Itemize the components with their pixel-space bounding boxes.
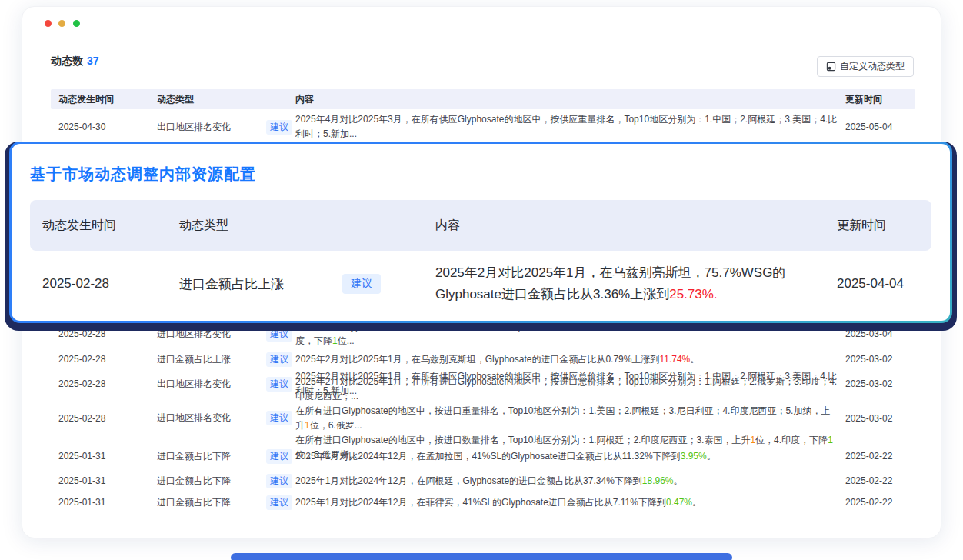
table-row[interactable]: 2025-01-31进口金额占比下降建议2025年1月对比2024年12月，在菲… [51, 492, 915, 513]
suggestion-tag[interactable]: 建议 [266, 352, 292, 367]
content-segment: 25.73%. [669, 287, 717, 302]
row-updated: 2025-02-22 [845, 470, 892, 492]
row-updated: 2025-03-02 [845, 396, 892, 440]
row-content: 2025年1月对比2024年12月，在阿根廷，Glyphosate的进口金额占比… [295, 474, 838, 488]
row-date: 2025-04-30 [58, 116, 105, 138]
row-type: 进口地区排名变化 [157, 396, 231, 440]
row-tag-cell: 建议 [266, 445, 292, 467]
table-row[interactable]: 2025-04-30出口地区排名变化建议2025年4月对比2025年3月，在所有… [51, 116, 915, 138]
row-content-line: 2025年1月对比2024年12月，在孟加拉国，41%SL的Glyphosate… [295, 449, 838, 464]
content-segment: 在所有进口Glyphosate的地区中，按进口数量排名，Top10地区分别为：1… [295, 435, 750, 445]
bottom-accent-bar [231, 553, 732, 560]
suggestion-tag[interactable]: 建议 [266, 411, 292, 425]
suggestion-tag[interactable]: 建议 [266, 377, 292, 392]
content-segment: 。 [692, 497, 701, 508]
content-segment: 1 [332, 335, 338, 346]
row-content-line: 2025年1月对比2024年12月，在菲律宾，41%SL的Glyphosate进… [295, 495, 838, 510]
suggestion-tag[interactable]: 建议 [266, 474, 292, 488]
row-updated: 2025-03-02 [845, 348, 892, 370]
content-segment: 2025年2月对比2025年1月，在乌兹别克斯坦，Glyphosate的进口金额… [295, 354, 659, 365]
row-updated: 2025-03-02 [845, 373, 892, 395]
content-segment: 。 [707, 451, 716, 462]
row-content-line: 在所有进口Glyphosate的地区中，按进口重量排名，Top10地区分别为：1… [295, 404, 838, 433]
callout-header-updated: 更新时间 [837, 200, 886, 251]
table-row[interactable]: 2025-02-28进口金额占比上涨建议2025年2月对比2025年1月，在乌兹… [51, 348, 915, 370]
content-segment: 在所有进口Glyphosate的地区中，按进口重量排名，Top10地区分别为：1… [295, 405, 830, 431]
suggestion-tag[interactable]: 建议 [266, 495, 292, 510]
row-type: 进口金额占比下降 [157, 470, 231, 492]
callout-title: 基于市场动态调整内部资源配置 [30, 164, 256, 185]
callout-row-updated: 2025-04-04 [837, 251, 904, 317]
suggestion-tag[interactable]: 建议 [342, 274, 381, 294]
content-segment: 。 [690, 354, 699, 365]
content-segment: 1 [828, 435, 833, 445]
row-updated: 2025-02-22 [845, 492, 892, 513]
table-row[interactable]: 2025-02-28进口地区排名变化建议2025年2月对比2025年1月，在所有… [51, 396, 915, 440]
highlight-callout: 基于市场动态调整内部资源配置 动态发生时间 动态类型 内容 更新时间 2025-… [5, 142, 957, 331]
row-updated: 2025-05-04 [845, 116, 892, 138]
suggestion-tag[interactable]: 建议 [266, 120, 292, 135]
row-type: 出口地区排名变化 [157, 373, 231, 395]
table-row[interactable]: 2025-01-31进口金额占比下降建议2025年1月对比2024年12月，在孟… [51, 445, 915, 467]
row-date: 2025-02-28 [58, 348, 105, 370]
row-date: 2025-01-31 [58, 445, 105, 467]
row-date: 2025-01-31 [58, 492, 105, 513]
content-segment: 位，4.印度，下降 [755, 435, 828, 445]
callout-header-type: 动态类型 [179, 200, 228, 251]
table-row[interactable]: 2025-01-31进口金额占比下降建议2025年1月对比2024年12月，在阿… [51, 470, 915, 492]
row-updated: 2025-02-22 [845, 445, 892, 467]
highlight-callout-card: 基于市场动态调整内部资源配置 动态发生时间 动态类型 内容 更新时间 2025-… [9, 142, 952, 323]
row-type: 进口金额占比上涨 [157, 348, 231, 370]
callout-row-type: 进口金额占比上涨 [179, 251, 284, 317]
suggestion-tag[interactable]: 建议 [266, 449, 292, 464]
row-content: 2025年1月对比2024年12月，在孟加拉国，41%SL的Glyphosate… [295, 449, 838, 464]
row-type: 出口地区排名变化 [157, 116, 231, 138]
content-segment: 位，6.俄罗... [310, 420, 362, 431]
content-segment: 2025年2月对比2025年1月，在乌兹别亮斯坦，75.7%WSG的Glypho… [435, 265, 785, 302]
row-date: 2025-01-31 [58, 470, 105, 492]
content-segment: 2025年1月对比2024年12月，在阿根廷，Glyphosate的进口金额占比… [295, 475, 642, 486]
row-type: 进口金额占比下降 [157, 445, 231, 467]
row-content-line: 2025年1月对比2024年12月，在阿根廷，Glyphosate的进口金额占比… [295, 474, 838, 488]
content-segment: 18.96% [642, 475, 674, 486]
content-segment: 2025年2月对比2025年1月，在所有进口Glyphosate的地区中，按进口… [295, 376, 837, 402]
row-content-line: 2025年4月对比2025年3月，在所有供应Glyphosate的地区中，按供应… [295, 112, 838, 142]
row-date: 2025-02-28 [58, 373, 105, 395]
callout-header-content: 内容 [435, 200, 460, 251]
row-content: 2025年2月对比2025年1月，在乌兹别克斯坦，Glyphosate的进口金额… [295, 352, 838, 367]
content-segment: 0.47% [666, 497, 692, 508]
content-segment: 位... [338, 335, 355, 346]
row-content: 2025年4月对比2025年3月，在所有供应Glyphosate的地区中，按供应… [295, 112, 838, 142]
callout-row-date: 2025-02-28 [42, 251, 109, 317]
row-content: 2025年1月对比2024年12月，在菲律宾，41%SL的Glyphosate进… [295, 495, 838, 510]
content-segment: 2025年1月对比2024年12月，在菲律宾，41%SL的Glyphosate进… [295, 497, 666, 508]
callout-row-content: 2025年2月对比2025年1月，在乌兹别亮斯坦，75.7%WSG的Glypho… [435, 262, 825, 305]
callout-header-time: 动态发生时间 [42, 200, 116, 251]
content-segment: 3.95% [681, 451, 707, 462]
row-date: 2025-02-28 [58, 396, 105, 440]
content-segment: 2025年4月对比2025年3月，在所有供应Glyphosate的地区中，按供应… [295, 114, 837, 139]
content-segment: 。 [674, 475, 683, 486]
row-content-line: 2025年2月对比2025年1月，在所有进口Glyphosate的地区中，按进口… [295, 375, 838, 404]
callout-table-row[interactable]: 2025-02-28 进口金额占比上涨 建议 2025年2月对比2025年1月，… [30, 251, 931, 317]
callout-table-header: 动态发生时间 动态类型 内容 更新时间 [30, 200, 931, 251]
content-segment: 1 [305, 420, 310, 431]
row-tag-cell: 建议 [266, 396, 292, 440]
row-tag-cell: 建议 [266, 492, 292, 513]
content-segment: 2025年1月对比2024年12月，在孟加拉国，41%SL的Glyphosate… [295, 451, 681, 462]
row-tag-cell: 建议 [266, 470, 292, 492]
row-tag-cell: 建议 [266, 348, 292, 370]
row-content-line: 2025年2月对比2025年1月，在乌兹别克斯坦，Glyphosate的进口金额… [295, 352, 838, 367]
row-tag-cell: 建议 [266, 373, 292, 395]
row-tag-cell: 建议 [266, 116, 292, 138]
row-type: 进口金额占比下降 [157, 492, 231, 513]
content-segment: 11.74% [659, 354, 690, 365]
